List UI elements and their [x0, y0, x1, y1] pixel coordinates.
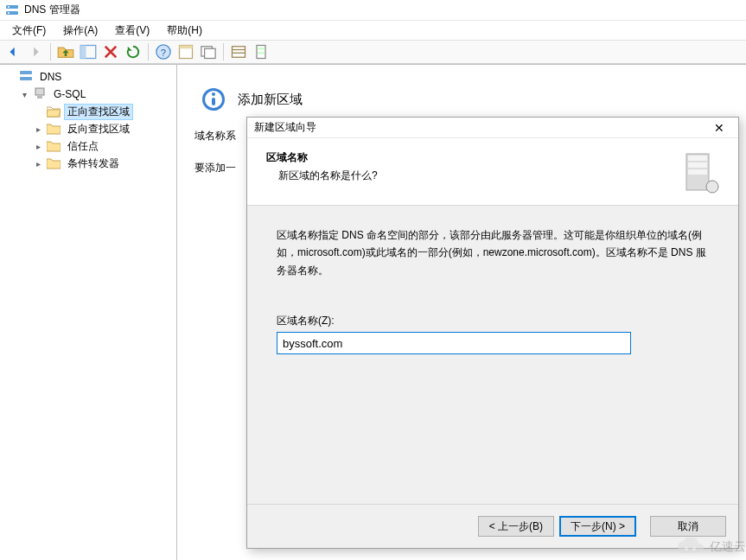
tree-pane: DNS ▾ G-SQL: [0, 65, 177, 560]
server-icon: [33, 86, 47, 103]
cancel-button[interactable]: 取消: [650, 516, 726, 537]
tree-reverse-lookup[interactable]: ▸ 反向查找区域: [29, 120, 176, 137]
chevron-right-icon: ▸: [33, 141, 43, 151]
nav-forward-button[interactable]: [26, 42, 45, 61]
tree-label: G-SQL: [50, 88, 89, 100]
zone-name-input[interactable]: [277, 332, 631, 354]
chevron-down-icon: [5, 72, 16, 82]
wizard-title: 新建区域向导: [254, 120, 316, 135]
close-button[interactable]: ✕: [707, 121, 731, 135]
window-title: DNS 管理器: [24, 3, 80, 17]
svg-rect-25: [212, 98, 215, 105]
list-icon[interactable]: [229, 42, 248, 61]
dns-root-icon: [19, 69, 33, 86]
title-bar: DNS 管理器: [0, 0, 746, 21]
svg-point-24: [212, 92, 215, 96]
expander-placeholder: [33, 106, 43, 117]
svg-point-30: [706, 181, 718, 193]
dns-app-icon: [5, 3, 19, 17]
tree-label: DNS: [36, 71, 65, 83]
chevron-right-icon: ▸: [33, 158, 43, 169]
show-hide-tree-icon[interactable]: [79, 42, 98, 61]
wizard-button-row: < 上一步(B) 下一步(N) > 取消: [247, 505, 738, 548]
tree-conditional-forwarders[interactable]: ▸ 条件转发器: [29, 155, 176, 172]
svg-rect-9: [180, 46, 193, 49]
new-zone-wizard-dialog: 新建区域向导 ✕ 区域名称 新区域的名称是什么?: [246, 117, 739, 549]
svg-rect-20: [35, 88, 44, 95]
tree: DNS ▾ G-SQL: [0, 68, 176, 172]
svg-point-2: [8, 6, 10, 8]
wizard-header-sub: 新区域的名称是什么?: [266, 169, 681, 183]
tree-label: 反向查找区域: [64, 122, 133, 137]
menu-help[interactable]: 帮助(H): [158, 22, 211, 40]
tree-label: 信任点: [64, 139, 102, 154]
content-pane: 添加新区域 域名称系 要添加一 新建区域向导 ✕ 区域名称 新区域的名称是什么?: [177, 65, 746, 560]
wizard-header-title: 区域名称: [266, 150, 681, 165]
svg-point-3: [8, 12, 10, 14]
svg-rect-28: [688, 162, 707, 168]
svg-rect-18: [20, 71, 32, 74]
tool-bar: ?: [0, 40, 746, 64]
svg-rect-27: [688, 156, 707, 161]
nav-back-button[interactable]: [3, 42, 22, 61]
delete-icon[interactable]: [101, 42, 120, 61]
menu-bar: 文件(F) 操作(A) 查看(V) 帮助(H): [0, 21, 746, 40]
wizard-body: 区域名称指定 DNS 命名空间的部分，该部分由此服务器管理。这可能是你组织单位的…: [247, 205, 738, 505]
toolbar-separator: [148, 43, 149, 60]
folder-up-icon[interactable]: [56, 42, 75, 61]
svg-rect-21: [37, 96, 42, 99]
toolbar-separator: [223, 43, 224, 60]
toolbar-separator: [50, 43, 51, 60]
tree-label: 正向查找区域: [64, 104, 133, 120]
tree-server[interactable]: ▾ G-SQL: [16, 86, 176, 103]
back-button[interactable]: < 上一步(B): [478, 516, 554, 537]
wizard-description: 区域名称指定 DNS 命名空间的部分，该部分由此服务器管理。这可能是你组织单位的…: [277, 226, 709, 279]
tree-root-dns[interactable]: DNS: [2, 68, 176, 86]
menu-view[interactable]: 查看(V): [106, 22, 158, 40]
svg-rect-16: [258, 48, 265, 50]
tree-label: 条件转发器: [64, 156, 123, 171]
svg-text:?: ?: [161, 48, 166, 58]
next-button[interactable]: 下一步(N) >: [559, 516, 636, 537]
svg-rect-19: [20, 77, 32, 80]
tree-trust-points[interactable]: ▸ 信任点: [29, 137, 176, 155]
properties-icon[interactable]: [176, 42, 195, 61]
help-icon[interactable]: ?: [154, 42, 173, 61]
folder-icon: [47, 123, 61, 135]
menu-file[interactable]: 文件(F): [3, 22, 54, 40]
folder-icon: [47, 157, 61, 169]
menu-action[interactable]: 操作(A): [54, 22, 106, 40]
wizard-header-text: 区域名称 新区域的名称是什么?: [266, 150, 681, 183]
folder-icon: [47, 140, 61, 152]
zone-name-label: 区域名称(Z):: [277, 314, 709, 328]
info-icon: [200, 86, 227, 113]
svg-rect-12: [233, 47, 245, 58]
svg-rect-5: [80, 46, 86, 59]
tree-forward-lookup[interactable]: 正向查找区域: [29, 103, 176, 120]
refresh-icon[interactable]: [124, 42, 143, 61]
wizard-header-art-icon: [681, 150, 719, 196]
close-icon: ✕: [714, 121, 724, 135]
main-split: DNS ▾ G-SQL: [0, 64, 746, 560]
chevron-down-icon: ▾: [19, 89, 29, 99]
filter-icon[interactable]: [252, 42, 271, 61]
chevron-right-icon: ▸: [33, 124, 43, 134]
folder-open-icon: [47, 105, 61, 118]
wizard-header: 区域名称 新区域的名称是什么?: [247, 138, 738, 205]
wizard-titlebar: 新建区域向导 ✕: [247, 118, 738, 138]
svg-rect-29: [688, 169, 707, 175]
content-heading-row: 添加新区域: [200, 86, 729, 113]
content-heading: 添加新区域: [238, 92, 303, 108]
svg-rect-17: [258, 52, 265, 54]
new-window-icon[interactable]: [199, 42, 218, 61]
svg-rect-11: [205, 48, 216, 58]
